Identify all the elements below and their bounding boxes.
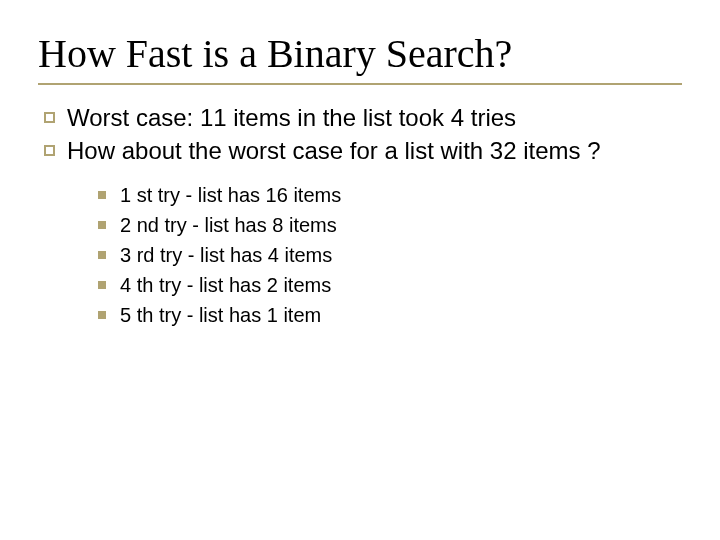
- list-item-text: 5 th try - list has 1 item: [120, 300, 321, 330]
- list-item: Worst case: 11 items in the list took 4 …: [44, 103, 682, 134]
- square-bullet-icon: [98, 311, 106, 319]
- slide: How Fast is a Binary Search? Worst case:…: [0, 0, 720, 540]
- square-bullet-icon: [98, 221, 106, 229]
- list-item: 2 nd try - list has 8 items: [98, 210, 682, 240]
- list-item: 4 th try - list has 2 items: [98, 270, 682, 300]
- square-bullet-icon: [98, 281, 106, 289]
- list-item: 3 rd try - list has 4 items: [98, 240, 682, 270]
- list-item: 1 st try - list has 16 items: [98, 180, 682, 210]
- list-item: How about the worst case for a list with…: [44, 136, 682, 167]
- square-open-bullet-icon: [44, 145, 55, 156]
- list-item: 5 th try - list has 1 item: [98, 300, 682, 330]
- title-underline: [38, 83, 682, 85]
- bullet-list: Worst case: 11 items in the list took 4 …: [44, 103, 682, 166]
- square-open-bullet-icon: [44, 112, 55, 123]
- sub-bullet-list: 1 st try - list has 16 items 2 nd try - …: [98, 180, 682, 330]
- square-bullet-icon: [98, 251, 106, 259]
- list-item-text: Worst case: 11 items in the list took 4 …: [67, 103, 682, 134]
- list-item-text: 2 nd try - list has 8 items: [120, 210, 337, 240]
- list-item-text: 1 st try - list has 16 items: [120, 180, 341, 210]
- square-bullet-icon: [98, 191, 106, 199]
- list-item-text: 3 rd try - list has 4 items: [120, 240, 332, 270]
- slide-title: How Fast is a Binary Search?: [38, 30, 682, 77]
- list-item-text: 4 th try - list has 2 items: [120, 270, 331, 300]
- list-item-text: How about the worst case for a list with…: [67, 136, 682, 167]
